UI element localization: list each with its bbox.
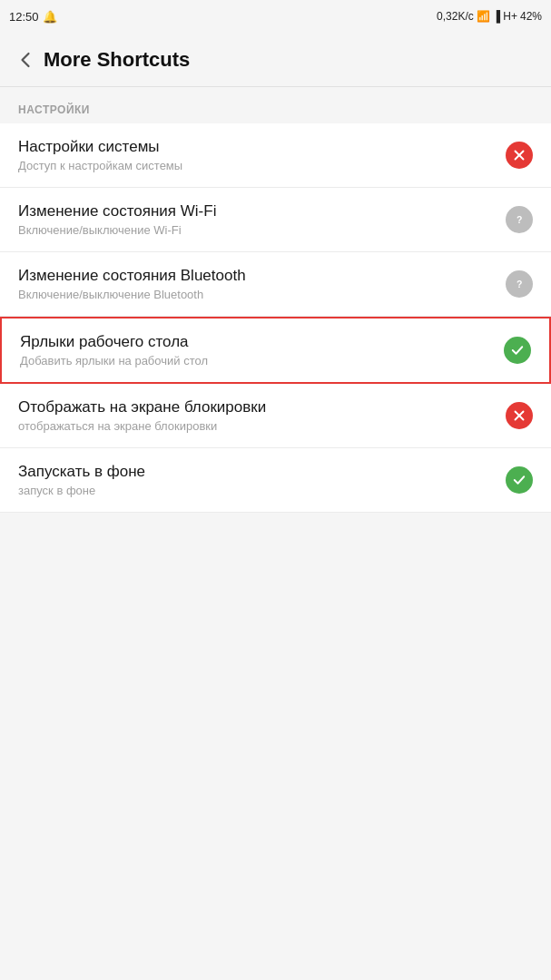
svg-text:?: ?: [517, 214, 522, 225]
list-item-subtitle: Включение/выключение Bluetooth: [18, 288, 506, 301]
list-item-text: Ярлыки рабочего стола Добавить ярлыки на…: [20, 333, 504, 368]
status-icon: [506, 402, 533, 429]
header: More Shortcuts: [0, 33, 551, 87]
svg-text:?: ?: [517, 279, 522, 289]
list-item-subtitle: Включение/выключение Wi-Fi: [18, 223, 506, 237]
status-icon: [506, 466, 533, 494]
wifi-icon: 📶: [477, 10, 490, 23]
settings-list: Настройки системы Доступ к настройкам си…: [0, 123, 551, 513]
list-item-title: Ярлыки рабочего стола: [20, 333, 504, 351]
status-icon: ?: [506, 206, 533, 233]
battery-percent: 42%: [520, 10, 542, 23]
section-label: НАСТРОЙКИ: [0, 87, 551, 123]
list-item-text: Отображать на экране блокировки отобража…: [18, 398, 506, 433]
list-item-text: Изменение состояния Wi-Fi Включение/выкл…: [18, 202, 506, 237]
list-item[interactable]: Запускать в фоне запуск в фоне: [0, 448, 551, 513]
status-alarm-icon: 🔔: [43, 10, 57, 24]
list-item-subtitle: запуск в фоне: [18, 484, 506, 497]
list-item-title: Настройки системы: [18, 138, 506, 156]
status-time: 12:50: [9, 10, 39, 24]
list-item[interactable]: Изменение состояния Wi-Fi Включение/выкл…: [0, 188, 551, 252]
battery-label: H+: [503, 10, 517, 23]
list-item-subtitle: Доступ к настройкам системы: [18, 159, 506, 172]
signal-icon: ▐: [493, 10, 501, 23]
list-item-text: Изменение состояния Bluetooth Включение/…: [18, 267, 506, 301]
list-item-title: Изменение состояния Wi-Fi: [18, 202, 506, 220]
network-speed: 0,32K/с: [437, 10, 474, 23]
list-item[interactable]: Настройки системы Доступ к настройкам си…: [0, 123, 551, 188]
page-title: More Shortcuts: [44, 48, 190, 72]
status-bar-right: 0,32K/с 📶 ▐ H+ 42%: [437, 10, 542, 23]
list-item-title: Отображать на экране блокировки: [18, 398, 506, 416]
back-button[interactable]: [15, 49, 36, 71]
list-item-text: Настройки системы Доступ к настройкам си…: [18, 138, 506, 172]
list-item-text: Запускать в фоне запуск в фоне: [18, 463, 506, 497]
status-icon: ?: [506, 270, 533, 298]
list-item-subtitle: Добавить ярлыки на рабочий стол: [20, 354, 504, 368]
status-bar-left: 12:50 🔔: [9, 10, 57, 24]
list-item[interactable]: Изменение состояния Bluetooth Включение/…: [0, 252, 551, 317]
list-item[interactable]: Отображать на экране блокировки отобража…: [0, 384, 551, 448]
status-icon: [504, 337, 531, 364]
status-icon: [506, 142, 533, 169]
status-bar: 12:50 🔔 0,32K/с 📶 ▐ H+ 42%: [0, 0, 551, 33]
list-item-title: Запускать в фоне: [18, 463, 506, 481]
list-item-subtitle: отображаться на экране блокировки: [18, 419, 506, 433]
list-item[interactable]: Ярлыки рабочего стола Добавить ярлыки на…: [0, 317, 551, 384]
list-item-title: Изменение состояния Bluetooth: [18, 267, 506, 285]
